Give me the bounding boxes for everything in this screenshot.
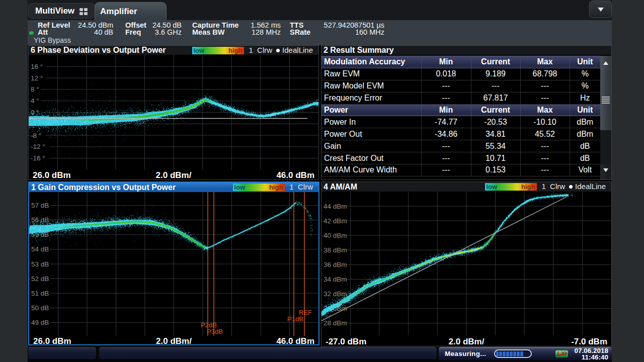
svg-text:-8 °: -8 ° [31, 132, 41, 139]
svg-text:P3dB: P3dB [207, 328, 223, 335]
svg-text:49 dB: 49 dB [31, 319, 49, 326]
svg-text:12 °: 12 ° [31, 74, 43, 82]
svg-text:28 dBm: 28 dBm [324, 319, 347, 327]
svg-text:38 dBm: 38 dBm [324, 246, 347, 254]
svg-text:-16 °: -16 ° [31, 154, 45, 162]
svg-text:8 °: 8 ° [31, 85, 39, 93]
svg-text:42 dBm: 42 dBm [324, 217, 347, 225]
svg-text:P1dB: P1dB [287, 315, 303, 323]
svg-text:51 dB: 51 dB [31, 290, 49, 297]
svg-text:52 dB: 52 dB [31, 275, 49, 283]
svg-text:32 dBm: 32 dBm [324, 290, 347, 298]
svg-text:16 °: 16 ° [31, 63, 43, 70]
svg-text:57 dB: 57 dB [31, 202, 49, 209]
svg-text:36 dBm: 36 dBm [324, 261, 347, 268]
svg-text:34 dBm: 34 dBm [324, 276, 347, 283]
svg-text:40 dBm: 40 dBm [324, 232, 347, 239]
svg-text:53 dB: 53 dB [31, 260, 49, 268]
svg-text:54 dB: 54 dB [31, 245, 49, 253]
svg-text:44 dBm: 44 dBm [324, 203, 347, 210]
svg-text:50 dB: 50 dB [31, 304, 49, 312]
svg-text:4 °: 4 ° [31, 97, 39, 105]
svg-text:REF: REF [299, 309, 312, 316]
svg-text:-12 °: -12 ° [31, 143, 45, 150]
